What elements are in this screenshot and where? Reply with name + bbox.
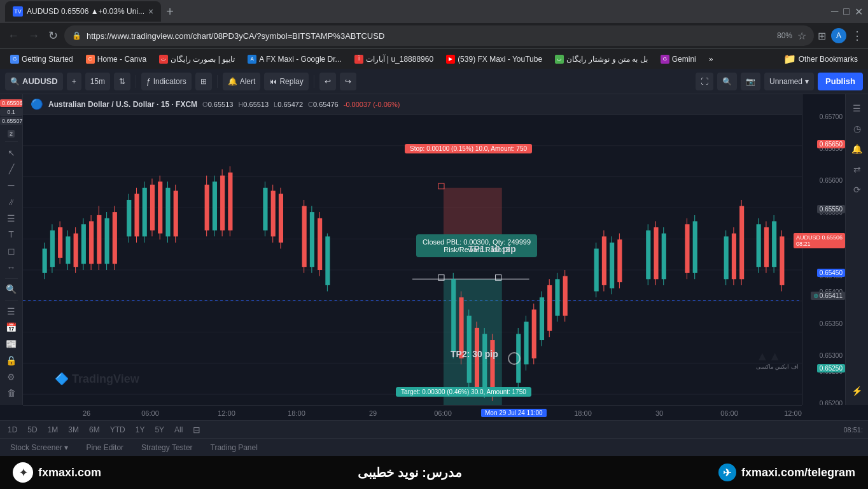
trading-panel-tab[interactable]: Trading Panel: [206, 441, 263, 455]
plus-badge: ⊕0.65411: [811, 292, 845, 300]
back-btn[interactable]: ←: [5, 27, 22, 45]
active-time-label: Mon 29 Jul 24 11:00: [481, 409, 547, 417]
alert-btn[interactable]: 🔔 Alert: [223, 73, 261, 90]
news-tool[interactable]: 📰: [3, 337, 20, 351]
strategy-tester-tab[interactable]: Strategy Tester: [136, 441, 197, 455]
settings-tool[interactable]: ⚙: [3, 370, 20, 384]
svg-rect-43: [174, 191, 178, 237]
zoom-tool[interactable]: 🔍: [3, 282, 20, 296]
high-label: H0.65513: [238, 101, 269, 108]
channel-tool[interactable]: ⫽: [3, 195, 20, 209]
tf-3m[interactable]: 3M: [66, 424, 81, 436]
compare-btn[interactable]: ⇅: [114, 73, 130, 90]
bookmarks-bar: G Getting Started C Home - Canva ت تایپو…: [0, 48, 868, 69]
templates-btn[interactable]: ⊞: [195, 73, 212, 90]
bookmark-star-icon[interactable]: ☆: [797, 30, 806, 42]
alert-icon[interactable]: 🔔: [848, 140, 866, 158]
trend-line-tool[interactable]: ╱: [3, 162, 20, 176]
tf-ytd[interactable]: YTD: [108, 424, 128, 436]
timeframe-btn[interactable]: 15m: [85, 73, 110, 90]
text-tool[interactable]: T: [3, 227, 20, 241]
close-btn[interactable]: ✕: [855, 6, 863, 18]
add-symbol-btn[interactable]: +: [67, 73, 81, 90]
tab-title: AUDUSD 0.65506 ▲+0.03% Uni...: [27, 7, 144, 16]
tf-1y[interactable]: 1Y: [133, 424, 148, 436]
undo-btn[interactable]: ↩: [319, 73, 336, 90]
tab-close-btn[interactable]: ×: [148, 6, 153, 17]
price-label-2: 0.65600: [820, 177, 843, 184]
zoom-controls[interactable]: 🔍: [717, 73, 737, 90]
tf-1m[interactable]: 1M: [45, 424, 61, 436]
zoom-level: 80%: [777, 31, 792, 40]
bookmark-more[interactable]: »: [704, 53, 718, 65]
symbol-search[interactable]: 🔍 AUDUSD: [5, 73, 63, 90]
tf-6m[interactable]: 6M: [87, 424, 102, 436]
replay-btn[interactable]: ⏮ Replay: [264, 73, 308, 90]
watchlist-icon[interactable]: ☰: [848, 99, 866, 117]
stock-screener-tab[interactable]: Stock Screener ▾: [5, 441, 73, 455]
active-tab[interactable]: TV AUDUSD 0.65506 ▲+0.03% Uni... ×: [5, 1, 161, 22]
trash-tool[interactable]: 🗑: [3, 386, 20, 400]
calendar-icon[interactable]: ◷: [848, 120, 866, 138]
extensions-icon[interactable]: ⊞: [818, 30, 826, 42]
unnamed-dropdown[interactable]: Unnamed ▾: [764, 73, 814, 90]
tool-separator: [5, 141, 18, 142]
compare-icon: ⇅: [119, 77, 125, 86]
watchlist-tool[interactable]: ☰: [3, 304, 20, 318]
alert-label: Alert: [240, 77, 256, 86]
bookmark-canva[interactable]: C Home - Canva: [81, 53, 151, 65]
fib-tool[interactable]: ☰: [3, 211, 20, 225]
shape-tool[interactable]: ◻: [3, 244, 20, 258]
indicators-label: Indicators: [153, 77, 186, 86]
screenshot-btn[interactable]: 📷: [741, 73, 760, 90]
bookmark-fx-google[interactable]: A A FX Maxi - Google Dr...: [242, 53, 346, 65]
drawing-toolbar: 0.65506 0.1 0.65507 2 ↖ ╱ ─ ⫽ ☰ T ◻ ↔ 🔍 …: [0, 94, 23, 405]
current-price-badge: 0.65506: [0, 99, 22, 107]
tool-separator2: [5, 278, 18, 279]
more-btn[interactable]: ⋮: [851, 29, 863, 43]
profile-icon[interactable]: A: [831, 28, 846, 43]
price-label-8: 0.65300: [820, 352, 843, 359]
time-axis: 26 06:00 12:00 18:00 29 06:00 Mon 29 Jul…: [23, 405, 802, 420]
lock-tool[interactable]: 🔒: [3, 353, 20, 367]
bottom-tabs-panel: Stock Screener ▾ Pine Editor Strategy Te…: [0, 438, 868, 456]
measure-tool[interactable]: ↔: [3, 260, 20, 274]
tool-separator3: [5, 300, 18, 301]
bookmark-other[interactable]: 📁 Other Bookmarks: [778, 52, 863, 66]
bookmark-label: (539) FX Maxi - YouTube: [458, 55, 542, 64]
indicators-btn[interactable]: ƒ Indicators: [141, 73, 192, 90]
svg-rect-33: [134, 194, 139, 236]
time-label-30: 30: [655, 409, 663, 417]
pine-editor-tab[interactable]: Pine Editor: [81, 441, 129, 455]
footer-left: ✦ fxmaxi.com: [13, 462, 101, 483]
arrow-icon[interactable]: ⇄: [848, 160, 866, 178]
tf-all[interactable]: All: [172, 424, 185, 436]
toolbar-separator3: [314, 75, 314, 88]
address-bar[interactable]: 🔒 https://www.tradingview.com/chart/08PD…: [64, 25, 814, 46]
range-icon[interactable]: ⊟: [193, 425, 200, 435]
undo-icon: ↩: [325, 77, 331, 86]
tf-5d[interactable]: 5D: [25, 424, 39, 436]
lightning-icon[interactable]: ⚡: [848, 382, 866, 400]
publish-btn[interactable]: Publish: [818, 73, 863, 90]
minimize-btn[interactable]: ─: [831, 6, 838, 17]
reload-btn[interactable]: ↻: [46, 26, 60, 45]
bookmark-aparat[interactable]: آ آبارات | u_18888960: [349, 53, 439, 65]
cursor-tool[interactable]: ↖: [3, 146, 20, 160]
bookmark-getting-started[interactable]: G Getting Started: [5, 53, 78, 65]
redo-btn[interactable]: ↪: [340, 73, 356, 90]
camera-icon: 📷: [746, 77, 755, 86]
calendar-tool[interactable]: 📅: [3, 321, 20, 335]
maximize-btn[interactable]: □: [843, 6, 850, 17]
horizontal-line-tool[interactable]: ─: [3, 178, 20, 192]
history-icon[interactable]: ⟳: [848, 181, 866, 199]
tf-1d[interactable]: 1D: [5, 424, 20, 436]
forward-btn[interactable]: →: [25, 27, 42, 45]
bookmark-youtube[interactable]: ▶ (539) FX Maxi - YouTube: [441, 53, 547, 65]
new-tab-btn[interactable]: +: [166, 4, 174, 19]
bookmark-text-tool[interactable]: ب بل به متن و نوشتار رایگان: [550, 53, 653, 65]
fullscreen-btn[interactable]: ⛶: [696, 73, 713, 90]
bookmark-gemini[interactable]: G Gemini: [655, 53, 701, 65]
tf-5y[interactable]: 5Y: [152, 424, 167, 436]
bookmark-taipo[interactable]: ت تایپو | بصورت رایگان: [154, 53, 240, 65]
